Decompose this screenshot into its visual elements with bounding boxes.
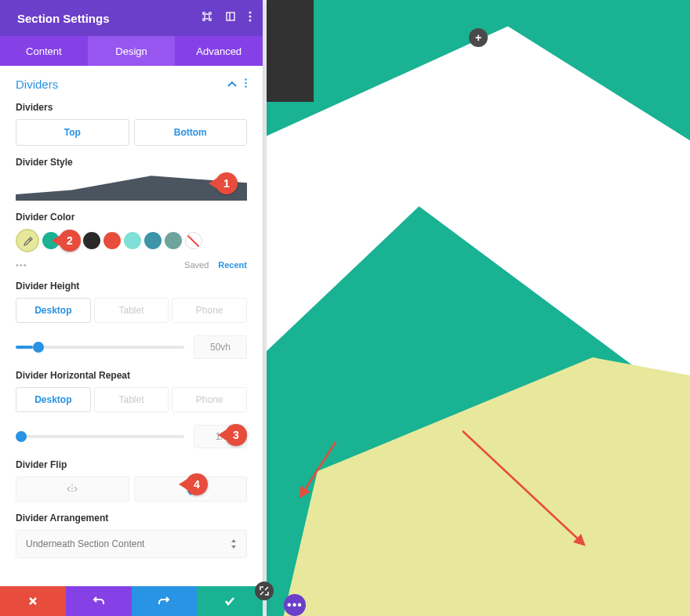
more-fab[interactable]: ••• — [284, 594, 306, 616]
canvas-dark-strip — [267, 0, 314, 102]
panel-body: Dividers Dividers Top Bottom Divider Sty… — [0, 66, 263, 586]
callout-2: 2 — [59, 230, 81, 252]
repeat-desktop[interactable]: Desktop — [16, 387, 91, 412]
callout-4: 4 — [186, 473, 208, 495]
settings-panel: Section Settings Content Design Advanced… — [0, 0, 263, 616]
label-color: Divider Color — [16, 212, 247, 223]
color-swatch[interactable] — [124, 232, 141, 249]
panel-tabs: Content Design Advanced — [0, 36, 263, 66]
undo-button[interactable] — [66, 586, 132, 616]
flip-h-button[interactable] — [16, 476, 129, 502]
height-slider[interactable] — [16, 346, 184, 349]
color-more-icon[interactable]: ••• — [16, 260, 27, 270]
tab-advanced[interactable]: Advanced — [175, 36, 263, 66]
add-section-button[interactable]: + — [469, 28, 488, 47]
color-none-swatch[interactable] — [185, 232, 202, 249]
color-swatch[interactable] — [83, 232, 100, 249]
divider-top-button[interactable]: Top — [16, 119, 129, 146]
divider-bottom-button[interactable]: Bottom — [134, 119, 248, 146]
group-header[interactable]: Dividers — [16, 77, 247, 91]
repeat-slider[interactable] — [16, 435, 184, 438]
height-phone[interactable]: Phone — [172, 298, 247, 323]
repeat-phone[interactable]: Phone — [172, 387, 247, 412]
group-more-icon[interactable] — [245, 77, 247, 91]
label-flip: Divider Flip — [16, 459, 247, 470]
svg-point-10 — [245, 85, 246, 87]
panel-header: Section Settings — [0, 0, 263, 36]
color-footer: ••• Saved Recent — [16, 260, 247, 270]
cancel-button[interactable] — [0, 586, 66, 616]
select-chevron-icon — [231, 539, 237, 549]
label-arrangement: Divider Arrangement — [16, 513, 247, 524]
color-picker-swatch[interactable] — [16, 229, 39, 252]
layout-icon[interactable] — [225, 11, 236, 25]
svg-line-1 — [463, 431, 584, 545]
save-button[interactable] — [197, 586, 263, 616]
panel-footer — [0, 586, 263, 616]
tab-design[interactable]: Design — [88, 36, 176, 66]
snap-icon[interactable] — [202, 11, 212, 25]
height-value[interactable]: 50vh — [194, 335, 247, 359]
svg-point-6 — [249, 16, 252, 18]
color-swatches — [16, 229, 247, 252]
arrangement-value: Underneath Section Content — [26, 538, 144, 549]
callout-3: 3 — [225, 424, 247, 446]
label-dividers: Dividers — [16, 102, 247, 113]
svg-rect-2 — [205, 14, 209, 19]
group-title: Dividers — [16, 78, 58, 91]
color-recent-tab[interactable]: Recent — [218, 260, 247, 270]
arrangement-select[interactable]: Underneath Section Content — [16, 530, 247, 558]
height-tablet[interactable]: Tablet — [94, 298, 169, 323]
label-style: Divider Style — [16, 157, 247, 168]
svg-point-8 — [245, 78, 246, 80]
height-desktop[interactable]: Desktop — [16, 298, 91, 323]
svg-rect-3 — [227, 13, 234, 20]
svg-line-0 — [300, 442, 336, 497]
svg-point-5 — [249, 12, 252, 14]
color-swatch[interactable] — [144, 232, 162, 249]
color-swatch[interactable] — [165, 232, 182, 249]
more-icon[interactable] — [249, 11, 252, 25]
callout-1: 1 — [216, 172, 238, 194]
color-saved-tab[interactable]: Saved — [184, 260, 209, 270]
chevron-up-icon[interactable] — [227, 77, 237, 91]
svg-point-9 — [245, 82, 246, 84]
svg-point-7 — [249, 20, 252, 22]
label-height: Divider Height — [16, 281, 247, 292]
tab-content[interactable]: Content — [0, 36, 88, 66]
panel-title: Section Settings — [17, 12, 110, 25]
label-repeat: Divider Horizontal Repeat — [16, 370, 247, 381]
color-swatch[interactable] — [104, 232, 121, 249]
redo-button[interactable] — [132, 586, 198, 616]
annotation-arrow-2 — [463, 431, 596, 560]
annotation-arrow-1 — [296, 442, 343, 508]
repeat-tablet[interactable]: Tablet — [94, 387, 169, 412]
